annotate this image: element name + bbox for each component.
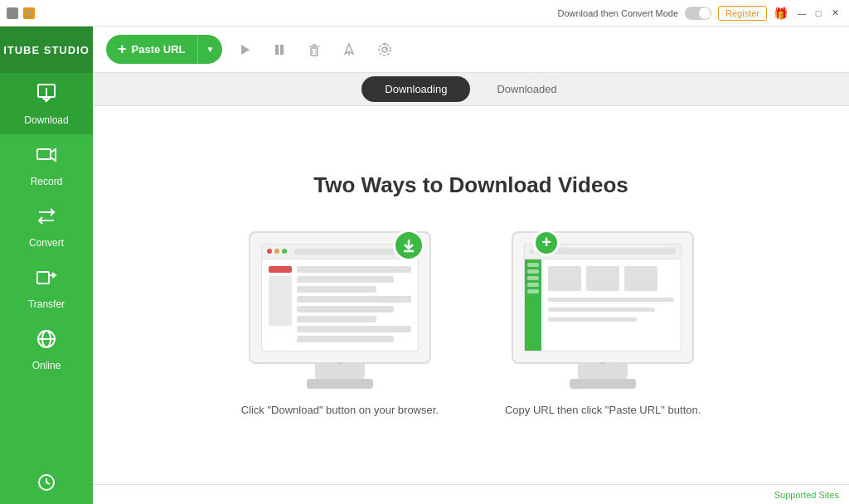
toolbar: + Paste URL ▼: [93, 27, 849, 73]
transfer-icon: [36, 267, 57, 293]
minimize-button[interactable]: —: [794, 6, 809, 21]
gift-icon: 🎁: [774, 7, 788, 20]
monitor-stand-2: [578, 364, 628, 380]
card2-description: Copy URL then click "Paste URL" button.: [505, 402, 701, 419]
screen2-image-row: [548, 266, 674, 291]
cards-row: Click "Download" button on your browser.: [241, 231, 701, 419]
greenbar-dot-5: [527, 289, 539, 293]
paste-url-label: Paste URL: [132, 43, 186, 56]
screen2-line-2: [548, 308, 655, 312]
download-convert-toggle[interactable]: [685, 7, 711, 20]
content-area: Downloading Downloaded Two Ways to Downl…: [93, 73, 849, 504]
pause-button[interactable]: [267, 39, 292, 61]
greenbar-dot-3: [527, 276, 539, 280]
main-title: Two Ways to Download Videos: [313, 172, 628, 198]
monitor-2: +: [512, 231, 694, 364]
monitor-base-2: [570, 379, 636, 389]
card-paste-url: + Copy URL then click "Paste URL" button…: [505, 231, 701, 419]
screen2-line-1: [548, 298, 674, 302]
sidebar-item-convert[interactable]: Convert: [0, 196, 93, 257]
card-browser-download: Click "Download" button on your browser.: [241, 231, 439, 419]
content-row-6: [297, 316, 377, 322]
clock-icon[interactable]: [37, 465, 56, 504]
screen-1: [261, 244, 419, 351]
plus-overlay-icon: +: [533, 230, 560, 256]
svg-rect-3: [37, 272, 49, 284]
download-overlay-icon: [393, 230, 424, 261]
svg-rect-12: [280, 45, 284, 55]
screen2-img-2: [586, 266, 619, 291]
monitor-1: [249, 231, 431, 364]
titlebar: 🛒 Download then Convert Mode Register 🎁 …: [0, 0, 849, 27]
download-convert-label: Download then Convert Mode: [558, 8, 679, 18]
screen2-line-3: [548, 317, 636, 322]
greenbar-dot-1: [527, 263, 539, 267]
tabs-bar: Downloading Downloaded: [93, 73, 849, 106]
sidebar-online-label: Online: [32, 360, 61, 371]
main-layout: ITUBE STUDIO Download Record: [0, 27, 849, 504]
sidebar: ITUBE STUDIO Download Record: [0, 27, 93, 504]
screen1-body: [262, 259, 418, 349]
tab-downloading[interactable]: Downloading: [361, 76, 470, 102]
main-content: Two Ways to Download Videos: [93, 106, 849, 484]
boost-button[interactable]: [337, 39, 361, 61]
browser-dot-green: [282, 249, 287, 254]
window-controls: — □ ✕: [794, 6, 842, 21]
paste-url-dropdown-arrow[interactable]: ▼: [198, 39, 223, 60]
monitor-base-1: [307, 379, 373, 389]
plus-icon: +: [118, 41, 127, 58]
titlebar-left: 🛒: [7, 7, 35, 19]
paste-url-main: + Paste URL: [106, 35, 198, 64]
paste-url-button[interactable]: + Paste URL ▼: [106, 35, 222, 64]
play-button[interactable]: [232, 39, 257, 61]
cart-icon: 🛒: [23, 7, 35, 19]
screen2-img-1: [548, 266, 581, 291]
screen1-main-content: [297, 266, 411, 342]
svg-rect-11: [275, 45, 279, 55]
content-row-2: [297, 276, 394, 283]
browser-dot-yellow: [274, 249, 279, 254]
download-icon: [36, 83, 57, 109]
screen2-green-sidebar: [525, 259, 541, 351]
dot1: [530, 250, 534, 254]
content-row-5: [297, 306, 394, 313]
online-icon: [36, 328, 57, 355]
screen2-address-bar: [553, 248, 676, 254]
sidebar-convert-label: Convert: [29, 237, 64, 249]
bottom-bar: Supported Sites: [93, 484, 849, 504]
svg-rect-2: [37, 149, 51, 159]
content-row-3: [297, 286, 377, 293]
register-button[interactable]: Register: [718, 6, 767, 21]
delete-button[interactable]: [302, 39, 327, 61]
sidebar-download-label: Download: [24, 114, 68, 126]
screen2-body: [525, 259, 681, 351]
close-button[interactable]: ✕: [827, 6, 842, 21]
app-logo: ITUBE STUDIO: [0, 27, 93, 73]
sidebar-item-download[interactable]: Download: [0, 73, 93, 134]
sidebar-item-transfer[interactable]: Transfer: [0, 257, 93, 318]
content-row-7: [297, 326, 411, 332]
app-icon: [7, 7, 18, 19]
browser-dot-red: [267, 249, 272, 254]
screen2-main-content: [541, 259, 681, 351]
screen1-gray-panel: [269, 276, 292, 326]
right-panel: + Paste URL ▼: [93, 27, 849, 504]
content-row-1: [297, 266, 411, 273]
greenbar-dot-2: [527, 269, 539, 274]
tab-downloaded[interactable]: Downloaded: [473, 76, 580, 102]
sidebar-item-online[interactable]: Online: [0, 318, 93, 380]
toggle-knob: [699, 7, 711, 19]
sidebar-record-label: Record: [31, 176, 63, 187]
maximize-button[interactable]: □: [811, 6, 826, 21]
sidebar-item-record[interactable]: Record: [0, 134, 93, 196]
content-row-4: [297, 296, 411, 303]
supported-sites-link[interactable]: Supported Sites: [774, 490, 839, 500]
sidebar-transfer-label: Transfer: [28, 298, 65, 310]
settings-button[interactable]: [371, 38, 398, 61]
monitor-stand-1: [315, 364, 365, 380]
svg-rect-13: [311, 48, 318, 56]
svg-point-22: [384, 42, 386, 45]
svg-marker-10: [241, 45, 250, 55]
convert-icon: [36, 206, 57, 232]
record-icon: [36, 144, 57, 171]
